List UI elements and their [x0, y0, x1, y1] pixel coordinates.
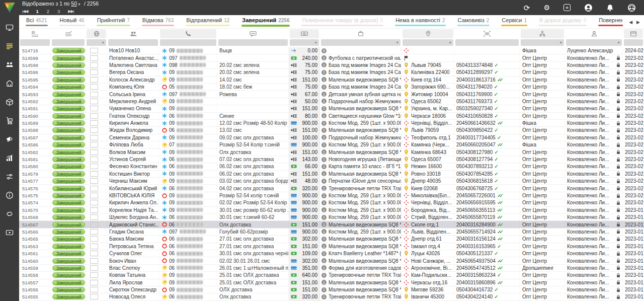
- table-row[interactable]: 514716ЗавершенийНов10 Нов1009Выцв0.000Фі…: [19, 47, 644, 54]
- table-row[interactable]: 514559ЗавершенийВлас Слотюу0626.01 смс 1…: [19, 265, 644, 272]
- table-row[interactable]: 514563ЗавершенийПетровська Тетяна0627.01…: [19, 243, 644, 250]
- table-row[interactable]: 514558ЗавершенийКовпак Татьяна0925.01 см…: [19, 272, 644, 279]
- column-header-status[interactable]: [52, 29, 85, 38]
- user-icon[interactable]: [584, 4, 593, 12]
- sidebar-item-stats[interactable]: [0, 148, 19, 167]
- page-size-select[interactable]: 50: [71, 1, 77, 7]
- sidebar-item-shop[interactable]: [0, 74, 19, 93]
- tab-7[interactable]: Повернення товару (в дорозі)0: [301, 15, 383, 28]
- app-logo-icon[interactable]: [0, 0, 19, 15]
- tab-8[interactable]: Нема в наявності2: [395, 15, 445, 28]
- filter-dropdown-icon[interactable]: ▼: [617, 41, 620, 44]
- table-row[interactable]: 514557ЗавершенийЛила Ярослав0925.01 смс …: [19, 279, 644, 286]
- table-row[interactable]: 514568ЗавершенийШумляс Богдана Ан...0630…: [19, 214, 644, 221]
- tab-10[interactable]: Сервіси1: [501, 15, 527, 28]
- filter-input-pay[interactable]: ▼: [290, 39, 319, 46]
- table-row[interactable]: 514561ЗавершенийСучилов Олег0630.01 смс …: [19, 250, 644, 257]
- table-row[interactable]: 514586ЗавершенийФіліпова Люба07Розмір 52…: [19, 141, 644, 148]
- tab-3[interactable]: Прийнятий7: [97, 15, 130, 28]
- filter-input-phone[interactable]: [160, 39, 216, 46]
- table-row[interactable]: 514576ЗавершенийКобилинський Юрий0604.02…: [19, 185, 644, 192]
- filter-input-ttn[interactable]: [455, 39, 519, 46]
- add-icon[interactable]: +: [564, 4, 571, 11]
- tab-1[interactable]: Всі4521: [26, 15, 48, 28]
- column-header-client[interactable]: [108, 29, 158, 38]
- column-header-manager[interactable]: [566, 29, 622, 38]
- table-row[interactable]: 514588ЗавершенийЖидак Володимир0613.02 с…: [19, 127, 644, 134]
- table-row[interactable]: 514581ЗавершенийУстинов Сергей0607.02 см…: [19, 156, 644, 163]
- filter-dropdown-icon[interactable]: ▼: [314, 41, 317, 44]
- sidebar-item-trolley[interactable]: [0, 111, 19, 130]
- page-number-3[interactable]: 3: [57, 9, 60, 15]
- table-row[interactable]: 514598ЗавершенийМалютина Светлана09820.0…: [19, 62, 644, 69]
- table-row[interactable]: 514594ЗавершенийКомпанец Юля0518.02 смс …: [19, 84, 644, 91]
- filter-input-source[interactable]: ▼: [521, 39, 564, 46]
- sidebar-item-video[interactable]: [0, 223, 19, 242]
- table-row[interactable]: 514595ЗавершенийКолосок Александр0914.02…: [19, 77, 644, 84]
- column-header-date[interactable]: [624, 29, 643, 38]
- filter-input-comment[interactable]: [218, 39, 288, 46]
- table-row[interactable]: 514599ЗавершенийПотапенко Анастас...0972…: [19, 54, 644, 61]
- filter-dropdown-icon[interactable]: ▼: [449, 41, 452, 44]
- filter-input-date[interactable]: [624, 39, 643, 46]
- table-row[interactable]: 514556ЗавершенийСиротюк Олександр09ОЛХ д…: [19, 286, 644, 293]
- support-icon[interactable]: [627, 4, 636, 12]
- table-row[interactable]: 514574ЗавершенийКирилич Анжела Ол...0902…: [19, 199, 644, 206]
- filter-input-manager[interactable]: ▼: [566, 39, 622, 46]
- column-header-country[interactable]: [87, 29, 106, 38]
- tab-6[interactable]: Завершений2256: [242, 15, 290, 28]
- table-row[interactable]: 514567ЗавершенийАдамовский Станис...06Ол…: [19, 221, 644, 228]
- sidebar-item-package[interactable]: [0, 93, 19, 111]
- filter-input-delivery[interactable]: ▼: [403, 39, 453, 46]
- column-header-source[interactable]: [521, 29, 564, 38]
- filter-dropdown-icon[interactable]: ▼: [102, 41, 105, 44]
- tab-11[interactable]: В дорозі додому0: [539, 15, 587, 28]
- table-row[interactable]: 514575ЗавершенийКВІТОВСЬКА ЮЛІЯ09Розмір …: [19, 192, 644, 199]
- tab-5[interactable]: Відправлений12: [186, 15, 230, 28]
- table-row[interactable]: 514566ЗавершенийГладик Оксана097Голубий …: [19, 229, 644, 236]
- table-row[interactable]: 514593ЗавершенийСольська Ірина097Рожева6…: [19, 91, 644, 98]
- filter-input-product[interactable]: ▼: [321, 39, 400, 46]
- sidebar-item-monitor[interactable]: [0, 18, 19, 37]
- table-row[interactable]: 514596ЗавершенийВегера Оксана0920.02 смс…: [19, 69, 644, 76]
- sidebar-item-sliders[interactable]: [0, 167, 19, 186]
- column-header-comment[interactable]: [218, 29, 288, 38]
- bell-icon[interactable]: [606, 4, 614, 12]
- refresh-icon[interactable]: ⟳: [524, 4, 530, 12]
- table-row[interactable]: 514591ЗавершенийЧумаченко Олена09151.001…: [19, 105, 644, 112]
- table-row[interactable]: 514580ЗавершенийФесенко Константин0606.0…: [19, 163, 644, 170]
- table-row[interactable]: 514560ЗавершенийБокоч Иван0902.02 30.01 …: [19, 257, 644, 264]
- filter-input-id[interactable]: [20, 39, 50, 46]
- column-header-phone[interactable]: [160, 29, 216, 38]
- last-page-button[interactable]: ▶▶|: [68, 8, 73, 15]
- table-row[interactable]: 514570ЗавершенийКорнелюк Надія Та...0930…: [19, 207, 644, 214]
- filter-input-country[interactable]: ▼: [87, 39, 106, 46]
- filter-input-client[interactable]: [108, 39, 158, 46]
- sidebar-item-megaphone[interactable]: [0, 130, 19, 148]
- tab-2[interactable]: Новый46: [59, 15, 85, 28]
- column-header-product[interactable]: [321, 29, 400, 38]
- column-header-pay[interactable]: [290, 29, 319, 38]
- filter-dropdown-icon[interactable]: ▼: [559, 41, 562, 44]
- table-row[interactable]: 514587ЗавершенийСеменюк Дарина0909.02 см…: [19, 134, 644, 141]
- column-header-id[interactable]: ID: [20, 29, 50, 38]
- table-row[interactable]: 514590ЗавершенийГнатюк Олексндр06Синие80…: [19, 113, 644, 120]
- sidebar-item-clients[interactable]: [0, 55, 19, 74]
- tabs-scroll-right-icon[interactable]: ▶: [636, 20, 640, 25]
- sidebar-item-orders-list[interactable]: [0, 37, 19, 55]
- sidebar-item-info[interactable]: [0, 186, 19, 204]
- sidebar-item-partners[interactable]: [0, 204, 19, 223]
- table-row[interactable]: 514582ЗавершенийВолков Максим09Олх доста…: [19, 148, 644, 156]
- tab-4[interactable]: Відмова763: [142, 15, 174, 28]
- table-row[interactable]: 514592ЗавершенийМерклингер Андрей0950.00…: [19, 98, 644, 105]
- page-number-2[interactable]: 2: [47, 9, 49, 15]
- filter-input-status[interactable]: [52, 39, 85, 46]
- table-row[interactable]: 514577ЗавершенийЧерниш Максим0903.02 смс…: [19, 178, 644, 185]
- page-number-1[interactable]: 1: [36, 9, 38, 15]
- table-row[interactable]: 514589ЗавершенийКирилич Анжела0912.02 см…: [19, 120, 644, 127]
- tabs-scroll-left-icon[interactable]: ◀: [629, 20, 632, 25]
- table-row[interactable]: 514565ЗавершенийБаюка Максим0627.01 смс …: [19, 236, 644, 243]
- filter-dropdown-icon[interactable]: ▼: [396, 41, 399, 44]
- table-row[interactable]: 514579ЗавершенийКостишин Виктор0906.02 с…: [19, 171, 644, 178]
- table-row[interactable]: 514555ЗавершенийНовосад Олеся06Олх доста…: [19, 293, 644, 300]
